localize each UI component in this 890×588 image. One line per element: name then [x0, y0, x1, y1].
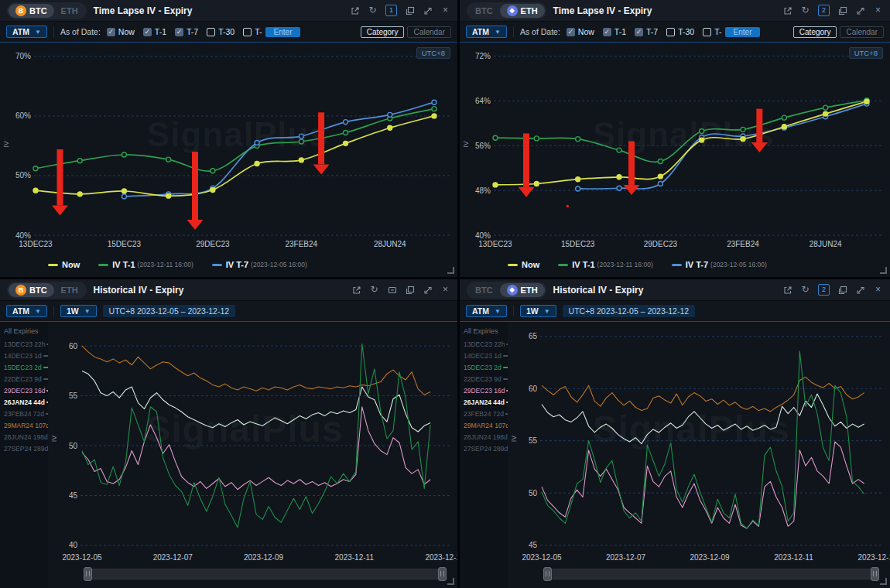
expand-icon[interactable] [855, 285, 865, 295]
slider-track[interactable] [543, 569, 879, 579]
popout-icon[interactable] [351, 285, 361, 295]
checkbox-box[interactable] [703, 28, 711, 36]
checkbox-box[interactable]: ✓ [635, 28, 643, 36]
close-icon[interactable]: × [873, 5, 883, 15]
checkbox-t-7[interactable]: ✓T-7 [175, 27, 198, 36]
popout-icon[interactable] [782, 285, 792, 295]
expiry-item[interactable]: 27SEP24 289d [0, 443, 48, 454]
checkbox-box[interactable]: ✓ [107, 28, 115, 36]
tab-eth[interactable]: ◆ ETH [54, 284, 85, 296]
checkbox-t-[interactable]: T- [703, 27, 721, 36]
legend-item[interactable]: IV T-1(2023-12-11 16:00) [558, 260, 653, 269]
checkbox-t-7[interactable]: ✓T-7 [635, 27, 658, 36]
expiry-item[interactable]: 29MAR24 107d [460, 419, 508, 431]
expiry-item[interactable]: 23FEB24 72d [0, 408, 48, 419]
close-icon[interactable]: × [440, 285, 450, 295]
expiry-item[interactable]: 29DEC23 16d [0, 385, 48, 396]
checkbox-t-30[interactable]: T-30 [207, 27, 234, 36]
tab-btc[interactable]: B BTC [468, 284, 500, 296]
strike-select[interactable]: ATM▼ [466, 26, 507, 38]
resize-handle[interactable] [880, 267, 887, 274]
expiry-item[interactable]: 13DEC23 22h [0, 338, 48, 350]
checkbox-now[interactable]: ✓Now [567, 27, 594, 36]
close-icon[interactable]: × [873, 285, 883, 295]
expiry-item[interactable]: 13DEC23 22h [460, 338, 508, 350]
expiry-item[interactable]: 22DEC23 9d [460, 373, 508, 385]
refresh-icon[interactable]: ↻ [800, 5, 810, 15]
duplicate-icon[interactable] [837, 5, 847, 15]
expand-icon[interactable] [423, 5, 433, 15]
period-select[interactable]: 1W▼ [520, 305, 556, 317]
expiry-item[interactable]: 14DEC23 1d [460, 350, 508, 361]
duplicate-icon[interactable] [837, 285, 847, 295]
resize-handle[interactable] [447, 267, 454, 274]
checkbox-box[interactable] [207, 28, 215, 36]
checkbox-box[interactable]: ✓ [603, 28, 611, 36]
t-custom-input[interactable]: Enter [725, 27, 761, 37]
expiry-item[interactable]: 15DEC23 2d [0, 361, 48, 373]
checkbox-box[interactable]: ✓ [143, 28, 152, 36]
expiry-item[interactable]: 28JUN24 198d [460, 431, 508, 443]
tab-btc[interactable]: B BTC [468, 5, 500, 17]
t-custom-input[interactable]: Enter [265, 27, 301, 37]
popout-icon[interactable] [782, 5, 792, 15]
resize-handle[interactable] [447, 578, 454, 585]
expiry-item[interactable]: 29DEC23 16d [460, 385, 508, 396]
expiry-item[interactable]: 26JAN24 44d [0, 396, 48, 408]
strike-select[interactable]: ATM▼ [6, 305, 47, 317]
slider-handle-right[interactable] [871, 567, 879, 581]
refresh-icon[interactable]: ↻ [368, 5, 378, 15]
group-badge[interactable]: 2 [818, 284, 830, 296]
expiry-item[interactable]: 22DEC23 9d [0, 373, 48, 385]
tab-eth[interactable]: ◆ ETH [500, 4, 545, 18]
checkbox-box[interactable] [243, 28, 252, 36]
popout-icon[interactable] [350, 5, 360, 15]
expiry-item[interactable]: 23FEB24 72d [460, 408, 508, 419]
tab-btc[interactable]: B BTC [9, 283, 54, 297]
slider-track[interactable] [84, 569, 447, 579]
checkbox-box[interactable]: ✓ [567, 28, 575, 36]
legend-item[interactable]: IV T-7(2023-12-05 16:00) [672, 260, 767, 269]
view-category-button[interactable]: Category [361, 26, 405, 38]
expiry-item[interactable]: 29MAR24 107d [0, 419, 48, 431]
refresh-icon[interactable]: ↻ [369, 285, 379, 295]
group-badge[interactable]: 1 [385, 5, 397, 16]
time-range-slider[interactable] [508, 565, 890, 588]
close-icon[interactable]: × [440, 5, 450, 15]
expiry-item[interactable]: 27SEP24 289d [460, 443, 508, 454]
view-calendar-button[interactable]: Calendar [840, 26, 884, 38]
ungroup-icon[interactable] [387, 285, 397, 295]
expiry-item[interactable]: 15DEC23 2d [460, 361, 508, 373]
strike-select[interactable]: ATM▼ [466, 305, 507, 317]
checkbox-t-[interactable]: T- [243, 27, 262, 36]
time-range-slider[interactable] [48, 565, 457, 588]
strike-select[interactable]: ATM▼ [6, 26, 47, 38]
duplicate-icon[interactable] [405, 5, 415, 15]
tab-btc[interactable]: B BTC [9, 4, 54, 18]
resize-handle[interactable] [880, 578, 887, 585]
slider-handle-left[interactable] [84, 567, 92, 581]
checkbox-now[interactable]: ✓Now [107, 27, 135, 36]
view-category-button[interactable]: Category [793, 26, 837, 38]
checkbox-t-1[interactable]: ✓T-1 [603, 27, 626, 36]
legend-item[interactable]: Now [508, 260, 539, 269]
checkbox-t-30[interactable]: T-30 [666, 27, 694, 36]
slider-handle-right[interactable] [438, 567, 447, 581]
checkbox-box[interactable]: ✓ [175, 28, 183, 36]
view-calendar-button[interactable]: Calendar [407, 26, 451, 38]
expand-icon[interactable] [423, 285, 433, 295]
legend-item[interactable]: IV T-7(2023-12-05 16:00) [212, 260, 307, 269]
legend-item[interactable]: IV T-1(2023-12-11 16:00) [98, 260, 193, 269]
refresh-icon[interactable]: ↻ [800, 285, 810, 295]
checkbox-t-1[interactable]: ✓T-1 [143, 27, 166, 36]
tab-eth[interactable]: ◆ ETH [500, 283, 545, 297]
duplicate-icon[interactable] [405, 285, 415, 295]
legend-item[interactable]: Now [48, 260, 80, 269]
expand-icon[interactable] [855, 5, 865, 15]
slider-handle-left[interactable] [543, 567, 552, 581]
group-badge[interactable]: 2 [818, 5, 830, 16]
expiry-item[interactable]: 28JUN24 198d [0, 431, 48, 443]
tab-eth[interactable]: ◆ ETH [54, 5, 85, 17]
expiry-item[interactable]: 26JAN24 44d [460, 396, 508, 408]
expiry-item[interactable]: 14DEC23 1d [0, 350, 48, 361]
